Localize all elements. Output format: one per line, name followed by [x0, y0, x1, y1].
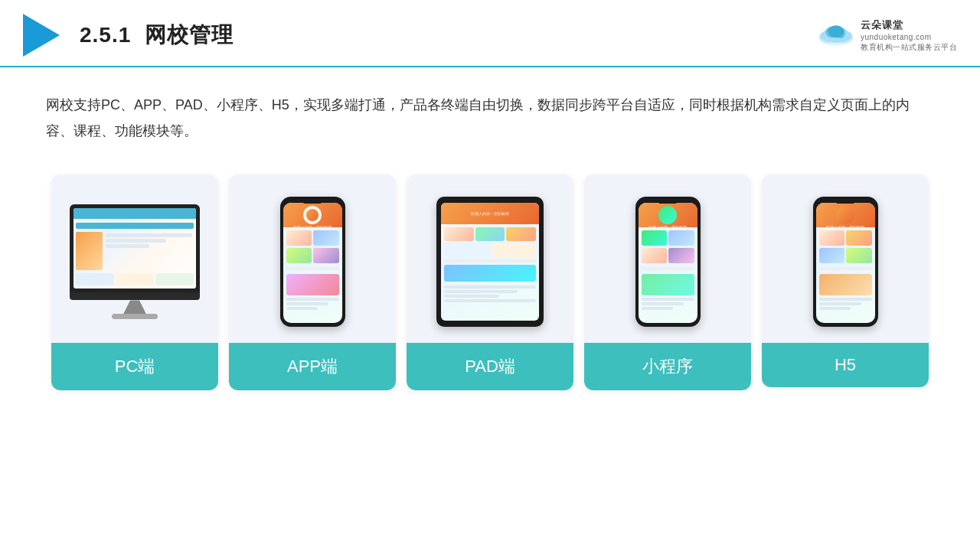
brand-url: yunduoketang.com — [861, 32, 932, 42]
card-pc[interactable]: PC端 — [51, 174, 218, 390]
description-paragraph: 网校支持PC、APP、PAD、小程序、H5，实现多端打通，产品各终端自由切换，数… — [46, 92, 934, 144]
card-miniprogram[interactable]: 职通人的第一堂职能课 — [584, 174, 751, 390]
cards-container: PC端 职通人的第一堂职能课 — [0, 167, 980, 390]
card-app[interactable]: 职通人的第一堂职能课 — [229, 174, 396, 390]
card-pad[interactable]: 职通人的第一堂职能课 — [407, 174, 573, 390]
card-app-image: 职通人的第一堂职能课 — [229, 174, 396, 343]
brand-logo: 云朵课堂 yunduoketang.com 教育机构一站式服务云平台 — [815, 18, 957, 52]
card-app-label: APP端 — [229, 343, 396, 390]
card-h5-image: 职通人的第一堂职能课 — [762, 174, 929, 343]
logo-triangle-icon — [23, 14, 60, 57]
card-h5-label: H5 — [762, 343, 929, 387]
page-title-text: 网校管理 — [145, 21, 234, 50]
description-text: 网校支持PC、APP、PAD、小程序、H5，实现多端打通，产品各终端自由切换，数… — [0, 67, 980, 159]
cloud-icon — [815, 23, 858, 47]
brand-name: 云朵课堂 — [861, 18, 903, 32]
card-miniprogram-label: 小程序 — [584, 343, 751, 390]
card-pc-label: PC端 — [51, 343, 218, 390]
page-title: 2.5.1 — [80, 23, 131, 47]
monitor-mockup — [70, 204, 200, 319]
card-h5[interactable]: 职通人的第一堂职能课 — [762, 174, 929, 387]
header-left: 2.5.1 网校管理 — [23, 14, 234, 57]
card-pad-label: PAD端 — [407, 343, 573, 390]
svg-point-7 — [828, 25, 844, 37]
phone-mockup-h5: 职通人的第一堂职能课 — [813, 197, 878, 327]
brand-tagline: 教育机构一站式服务云平台 — [861, 42, 957, 52]
phone-mockup-app: 职通人的第一堂职能课 — [280, 197, 345, 327]
tablet-mockup: 职通人的第一堂职能课 — [436, 197, 544, 327]
brand-icon: 云朵课堂 yunduoketang.com 教育机构一站式服务云平台 — [815, 18, 957, 52]
card-pc-image — [51, 174, 218, 343]
phone-mockup-mini: 职通人的第一堂职能课 — [635, 197, 701, 327]
page-header: 2.5.1 网校管理 云朵课堂 yunduoketang.com 教育机构一站式… — [0, 0, 980, 67]
card-miniprogram-image: 职通人的第一堂职能课 — [584, 174, 751, 343]
card-pad-image: 职通人的第一堂职能课 — [407, 174, 573, 343]
